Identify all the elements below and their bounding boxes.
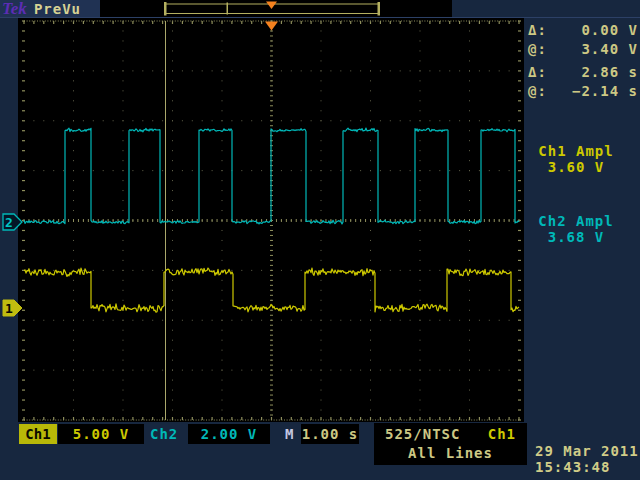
at-icon: @: — [528, 40, 547, 59]
tek-logo: Tek — [2, 0, 27, 18]
measurement-label: Ch1 Ampl — [516, 143, 636, 159]
trigger-source: Ch1 — [488, 425, 516, 444]
measurement-label: Ch2 Ampl — [516, 213, 636, 229]
at-icon: @: — [528, 82, 547, 101]
cursor-readout: Δ: 0.00 V @: 3.40 V Δ: 2.86 s @: −2.14 s — [528, 21, 638, 101]
trigger-mode: All Lines — [374, 444, 527, 463]
measurement-value: 3.60 V — [516, 159, 636, 175]
datetime: 29 Mar 2011 15:43:48 — [535, 443, 639, 475]
cursor-delta-v-row: Δ: 0.00 V — [528, 21, 638, 40]
ch1-channel-badge[interactable]: Ch1 — [19, 424, 57, 444]
cursor-delta-t-row: Δ: 2.86 s — [528, 63, 638, 82]
title-box: Tek PreVu — [0, 0, 100, 18]
delta-icon: Δ: — [528, 63, 547, 82]
ch1-scale-readout: 5.00 V — [58, 424, 144, 444]
ch2-channel-badge[interactable]: Ch2 — [150, 424, 188, 444]
ch2-marker-label: 2 — [5, 215, 13, 230]
oscilloscope-screen: Tek PreVu 2 1 Δ: — [0, 0, 640, 480]
cursor-at-t-row: @: −2.14 s — [528, 82, 638, 101]
measurement-ch2-ampl: Ch2 Ampl 3.68 V — [516, 213, 636, 245]
trigger-standard: 525/NTSC — [385, 425, 460, 444]
timebase-readout: 1.00 s — [301, 424, 359, 444]
timebase-label: M — [285, 424, 293, 444]
ch2-scale-readout: 2.00 V — [188, 424, 270, 444]
measurement-value: 3.68 V — [516, 229, 636, 245]
delta-icon: Δ: — [528, 21, 547, 40]
cursor-at-v-row: @: 3.40 V — [528, 40, 638, 59]
acquisition-mode-badge: PreVu — [34, 0, 81, 18]
graticule-area — [18, 18, 524, 422]
ch1-marker-label: 1 — [5, 301, 13, 316]
date-text: 29 Mar 2011 — [535, 443, 639, 459]
time-text: 15:43:48 — [535, 459, 639, 475]
record-view-strip — [100, 0, 452, 17]
video-trigger-readout: 525/NTSC Ch1 All Lines — [374, 423, 527, 465]
measurement-ch1-ampl: Ch1 Ampl 3.60 V — [516, 143, 636, 175]
